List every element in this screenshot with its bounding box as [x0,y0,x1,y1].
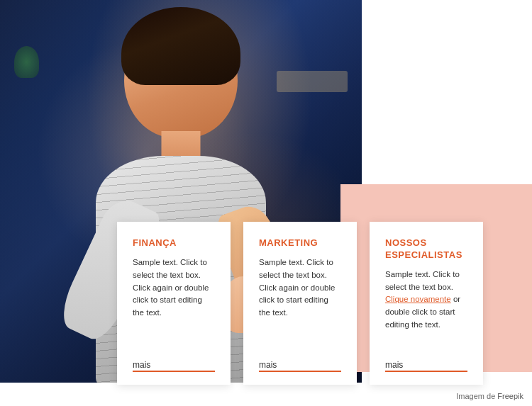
card-marketing[interactable]: MARKETING Sample text. Click to select t… [243,222,357,385]
especialistas-body-part1: Sample text. Click to select the text bo… [385,270,460,291]
financa-title: FINANÇA [133,237,215,249]
financa-body[interactable]: Sample text. Click to select the text bo… [133,256,215,350]
attribution: Imagem de Freepik [456,392,523,400]
especialistas-title: NOSSOS ESPECIALISTAS [385,237,467,261]
financa-link[interactable]: mais [133,360,215,372]
marketing-body[interactable]: Sample text. Click to select the text bo… [259,256,341,350]
person-hair [121,7,240,85]
especialistas-link[interactable]: mais [385,360,467,372]
attribution-link[interactable]: Freepik [497,392,523,400]
marketing-link[interactable]: mais [259,360,341,372]
card-nossos-especialistas[interactable]: NOSSOS ESPECIALISTAS Sample text. Click … [370,222,483,385]
page-wrapper: FINANÇA Sample text. Click to select the… [0,0,532,406]
especialistas-body-link[interactable]: Clique novamente [385,295,451,303]
attribution-text: Imagem de [456,392,497,400]
card-financa[interactable]: FINANÇA Sample text. Click to select the… [117,222,231,385]
especialistas-body[interactable]: Sample text. Click to select the text bo… [385,269,467,350]
cards-container: FINANÇA Sample text. Click to select the… [117,222,483,385]
plant-decoration [14,46,39,78]
marketing-title: MARKETING [259,237,341,249]
